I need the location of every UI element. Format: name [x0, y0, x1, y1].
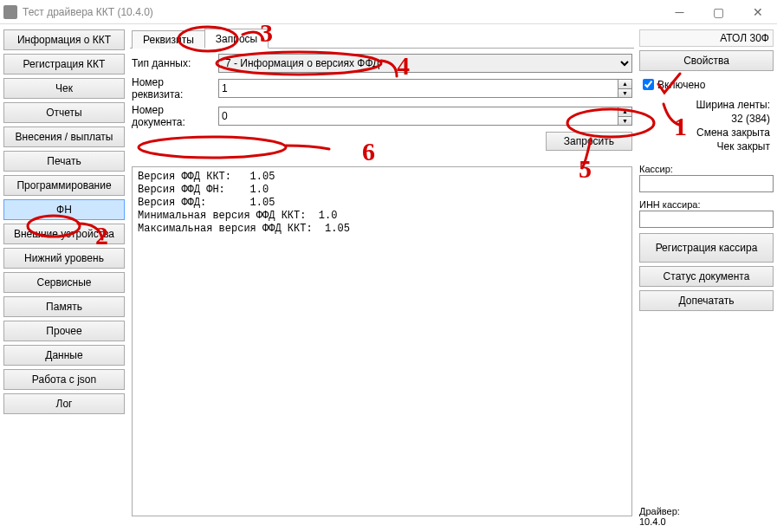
window-title: Тест драйвера ККТ (10.4.0) — [23, 6, 660, 18]
spin-down-icon[interactable]: ▼ — [618, 89, 631, 98]
sidebar-item-8[interactable]: Внешние устройства — [3, 224, 125, 244]
label-nomer-rekvizita: Номер реквизита: — [132, 76, 218, 101]
maximize-button[interactable]: ▢ — [699, 0, 738, 24]
center-panel: Реквизиты Запросы Тип данных: 7 - Информ… — [130, 28, 634, 529]
tab-zaprosy[interactable]: Запросы — [204, 29, 269, 49]
inn-kassira-label: ИНН кассира: — [639, 198, 774, 211]
close-button[interactable]: ✕ — [738, 0, 777, 24]
sidebar-item-5[interactable]: Печать — [3, 151, 125, 172]
sidebar-item-1[interactable]: Регистрация ККТ — [3, 54, 125, 75]
shirina-lenty-label: Ширина ленты: — [639, 98, 774, 112]
inn-kassira-input[interactable] — [639, 211, 774, 228]
minimize-button[interactable]: ─ — [660, 0, 699, 24]
registratsiya-kassira-button[interactable]: Регистрация кассира — [639, 233, 774, 263]
sidebar-item-14[interactable]: Работа с json — [3, 369, 125, 390]
driver-value: 10.4.0 — [639, 516, 774, 527]
zaprosit-button[interactable]: Запросить — [546, 132, 632, 151]
spin-up-icon[interactable]: ▲ — [618, 80, 631, 89]
spin-down-icon[interactable]: ▼ — [618, 117, 631, 126]
input-nomer-rekvizita[interactable] — [218, 79, 618, 98]
driver-label: Драйвер: — [639, 506, 774, 516]
chek-status: Чек закрыт — [639, 139, 774, 153]
dopechatat-button[interactable]: Допечатать — [639, 290, 774, 311]
status-dokumenta-button[interactable]: Статус документа — [639, 266, 774, 287]
svoystva-button[interactable]: Свойства — [639, 50, 774, 71]
sidebar-item-11[interactable]: Память — [3, 296, 125, 317]
sidebar-item-10[interactable]: Сервисные — [3, 272, 125, 293]
smena-status: Смена закрыта — [639, 126, 774, 139]
sidebar-item-6[interactable]: Программирование — [3, 175, 125, 196]
vklyucheno-label: Включено — [657, 79, 705, 91]
kassir-label: Кассир: — [639, 162, 774, 175]
app-icon — [3, 5, 17, 19]
vklyucheno-input[interactable] — [643, 79, 654, 90]
sidebar-item-3[interactable]: Отчеты — [3, 102, 125, 123]
sidebar-item-0[interactable]: Информация о ККТ — [3, 29, 125, 50]
spin-up-icon[interactable]: ▲ — [618, 107, 631, 117]
label-nomer-dokumenta: Номер документа: — [132, 104, 218, 128]
sidebar-item-13[interactable]: Данные — [3, 345, 125, 366]
device-name: АТОЛ 30Ф — [639, 29, 774, 47]
select-tip-dannyh[interactable]: 7 - Информация о версиях ФФД — [218, 54, 632, 73]
sidebar-item-9[interactable]: Нижний уровень — [3, 248, 125, 269]
sidebar-item-4[interactable]: Внесения / выплаты — [3, 127, 125, 147]
output-area: Версия ФФД ККТ: 1.05 Версия ФФД ФН: 1.0 … — [132, 166, 632, 516]
kassir-input[interactable] — [639, 175, 774, 192]
input-nomer-dokumenta[interactable] — [218, 107, 618, 126]
sidebar-right: АТОЛ 30Ф Свойства Включено Ширина ленты:… — [639, 28, 774, 529]
label-tip-dannyh: Тип данных: — [132, 57, 218, 69]
sidebar-left: Информация о ККТРегистрация ККТЧекОтчеты… — [3, 28, 125, 529]
sidebar-item-7[interactable]: ФН — [3, 199, 125, 220]
vklyucheno-checkbox[interactable]: Включено — [639, 75, 774, 94]
sidebar-item-12[interactable]: Прочее — [3, 321, 125, 341]
shirina-lenty-value: 32 (384) — [639, 112, 774, 126]
tab-rekvizity[interactable]: Реквизиты — [132, 30, 205, 49]
sidebar-item-2[interactable]: Чек — [3, 78, 125, 99]
sidebar-item-15[interactable]: Лог — [3, 393, 125, 414]
